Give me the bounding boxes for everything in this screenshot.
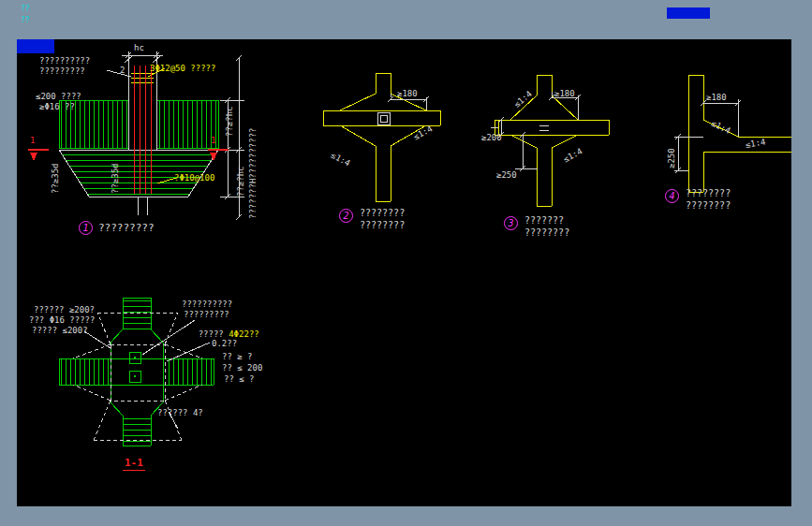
detail-caption: ????????: [360, 208, 405, 218]
note: ?? ≤ 200: [222, 363, 262, 373]
note: ≤200 ????: [36, 92, 81, 101]
dim-label: ≥250: [496, 170, 517, 180]
detail-4-figure: [674, 75, 791, 192]
detail-caption: ????????: [686, 188, 731, 198]
frame-blue-box: [667, 7, 710, 19]
note: ????? ≤200?: [32, 326, 88, 335]
note: ?????????: [39, 66, 85, 76]
leader-number: 2: [120, 66, 125, 75]
note: ??????????: [39, 56, 90, 66]
note: ?? ≤ ?: [224, 374, 255, 384]
note: ?????? 4?: [157, 408, 203, 417]
dim-label: ??≥35d: [51, 163, 60, 194]
detail-caption: ?????????: [98, 223, 155, 234]
note: ?????? ≥200?: [34, 305, 95, 314]
note: 0.2??: [212, 339, 237, 348]
section-title: 1-1: [123, 458, 145, 471]
note: ≥Φ16 ??: [39, 102, 75, 111]
detail-3-figure: [491, 75, 609, 206]
cad-viewer-window: { "window": { "frame_color": "#7f94a6", …: [0, 0, 812, 526]
rebar-note: 3Φ12@50 ?????: [150, 64, 215, 73]
note: ??????????: [182, 300, 232, 309]
section-cut-marker: 1: [30, 136, 35, 145]
dim-label: ≥250: [667, 148, 676, 168]
frame-mark: ??: [21, 5, 30, 14]
detail-callout-4: 4: [665, 189, 679, 203]
detail-callout-2: 2: [339, 209, 353, 223]
note: ??? Φ16 ?????: [29, 315, 95, 325]
detail-callout-3: 3: [504, 216, 518, 230]
detail-caption: ???????: [524, 215, 564, 226]
dim-label: ≥200: [481, 133, 502, 142]
dim-label: ≥180: [554, 89, 575, 98]
note: ?????????: [184, 310, 229, 319]
drawing-linework: [17, 39, 791, 506]
dim-label: ??≥?hc: [236, 166, 245, 197]
note: ?? ≥ ?: [222, 352, 253, 361]
dim-label: ??≥?hc: [225, 106, 234, 137]
dim-label: ??≥35d: [111, 163, 120, 194]
rebar-note: 4Φ22??: [229, 329, 259, 339]
detail-caption: ????????: [524, 227, 569, 238]
frame-mark: ??: [21, 16, 30, 25]
dim-label: ≥180: [397, 89, 418, 98]
drawing-canvas[interactable]: ?????????? ????????? 2 3Φ12@50 ????? hc …: [17, 39, 791, 506]
detail-caption: ????????: [360, 220, 405, 230]
section-cut-marker: 1: [211, 136, 215, 145]
dim-label: ≥180: [706, 93, 727, 102]
note: ???????H??????????: [248, 127, 258, 219]
dim-label: hc: [134, 43, 144, 52]
stirrup-note: ?Φ10@100: [174, 173, 214, 183]
detail-caption: ????????: [686, 200, 731, 211]
note-part: ?????: [199, 329, 224, 339]
detail-callout-1: 1: [79, 221, 93, 235]
